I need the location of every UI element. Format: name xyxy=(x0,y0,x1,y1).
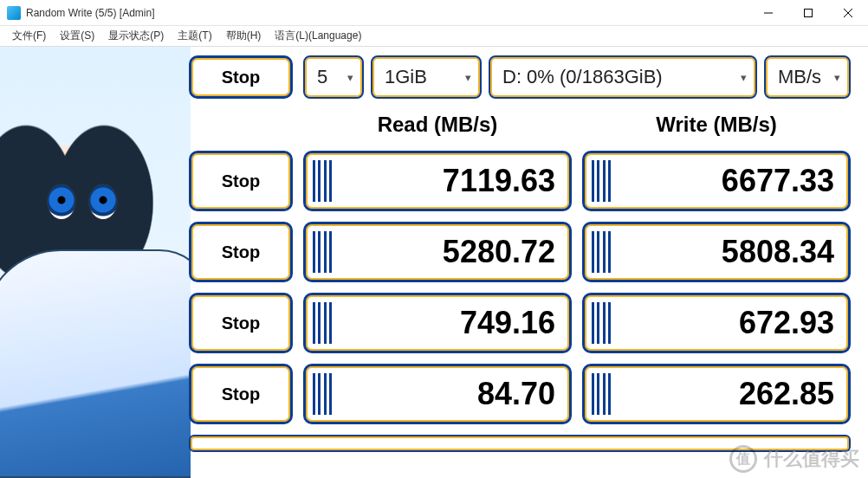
drive-select[interactable]: D: 0% (0/1863GiB) ▾ xyxy=(489,55,757,99)
write-value-4-text: 262.85 xyxy=(739,376,834,412)
read-value-3: 749.16 xyxy=(303,293,572,353)
write-value-1: 6677.33 xyxy=(582,151,851,211)
drive-value: D: 0% (0/1863GiB) xyxy=(502,66,663,88)
write-value-3: 672.93 xyxy=(582,293,851,353)
selector-row: 5 ▾ 1GiB ▾ D: 0% (0/1863GiB) ▾ MB/s ▾ xyxy=(303,55,851,99)
close-icon xyxy=(844,9,852,17)
window-title: Random Write (5/5) [Admin] xyxy=(26,7,748,19)
write-value-3-text: 672.93 xyxy=(739,305,834,341)
chevron-down-icon: ▾ xyxy=(465,71,471,84)
menu-help[interactable]: 帮助(H) xyxy=(219,26,269,46)
read-value-2-text: 5280.72 xyxy=(443,234,555,270)
chevron-down-icon: ▾ xyxy=(741,71,747,84)
read-value-2: 5280.72 xyxy=(303,222,572,282)
titlebar: Random Write (5/5) [Admin] xyxy=(0,0,868,26)
test-size-value: 1GiB xyxy=(385,66,427,88)
unit-select[interactable]: MB/s ▾ xyxy=(764,55,851,99)
unit-value: MB/s xyxy=(778,66,821,88)
read-value-4: 84.70 xyxy=(303,364,572,424)
benchmark-panel: Stop 5 ▾ 1GiB ▾ D: 0% (0/1863GiB) ▾ MB/s… xyxy=(189,55,852,468)
write-value-2: 5808.34 xyxy=(582,222,851,282)
test-button-2[interactable]: Stop xyxy=(189,222,293,282)
read-value-1: 7119.63 xyxy=(303,151,572,211)
menu-profile[interactable]: 显示状态(P) xyxy=(101,26,171,46)
test-size-select[interactable]: 1GiB ▾ xyxy=(371,55,482,99)
test-button-4[interactable]: Stop xyxy=(189,364,293,424)
grip-icon xyxy=(592,302,611,344)
minimize-icon xyxy=(764,9,773,17)
loop-count-value: 5 xyxy=(317,66,327,88)
maximize-icon xyxy=(804,9,813,17)
all-button[interactable]: Stop xyxy=(189,55,293,99)
app-icon xyxy=(7,6,21,20)
menu-language[interactable]: 语言(L)(Language) xyxy=(268,26,368,46)
chevron-down-icon: ▾ xyxy=(347,71,353,84)
write-header: Write (MB/s) xyxy=(582,109,851,140)
grip-icon xyxy=(592,160,611,202)
menu-settings[interactable]: 设置(S) xyxy=(53,26,101,46)
chevron-down-icon: ▾ xyxy=(834,71,840,84)
content-area: Stop 5 ▾ 1GiB ▾ D: 0% (0/1863GiB) ▾ MB/s… xyxy=(0,47,868,478)
read-value-3-text: 749.16 xyxy=(460,305,555,341)
close-button[interactable] xyxy=(828,0,868,26)
theme-character xyxy=(0,47,191,478)
svg-rect-1 xyxy=(805,9,813,16)
grip-icon xyxy=(592,231,611,273)
test-button-3[interactable]: Stop xyxy=(189,293,293,353)
status-bar xyxy=(189,435,851,452)
grip-icon xyxy=(313,373,332,415)
menu-file[interactable]: 文件(F) xyxy=(5,26,53,46)
read-header: Read (MB/s) xyxy=(303,109,572,140)
grip-icon xyxy=(313,160,332,202)
write-value-2-text: 5808.34 xyxy=(722,234,834,270)
read-value-1-text: 7119.63 xyxy=(443,163,555,199)
grip-icon xyxy=(592,373,611,415)
spacer xyxy=(189,109,293,140)
grip-icon xyxy=(313,231,332,273)
grip-icon xyxy=(313,302,332,344)
write-value-4: 262.85 xyxy=(582,364,851,424)
test-button-1[interactable]: Stop xyxy=(189,151,293,211)
loop-count-select[interactable]: 5 ▾ xyxy=(303,55,364,99)
write-value-1-text: 6677.33 xyxy=(722,163,834,199)
menu-theme[interactable]: 主题(T) xyxy=(171,26,218,46)
read-value-4-text: 84.70 xyxy=(477,376,555,412)
minimize-button[interactable] xyxy=(748,0,788,26)
maximize-button[interactable] xyxy=(788,0,828,26)
menubar: 文件(F) 设置(S) 显示状态(P) 主题(T) 帮助(H) 语言(L)(La… xyxy=(0,26,868,47)
